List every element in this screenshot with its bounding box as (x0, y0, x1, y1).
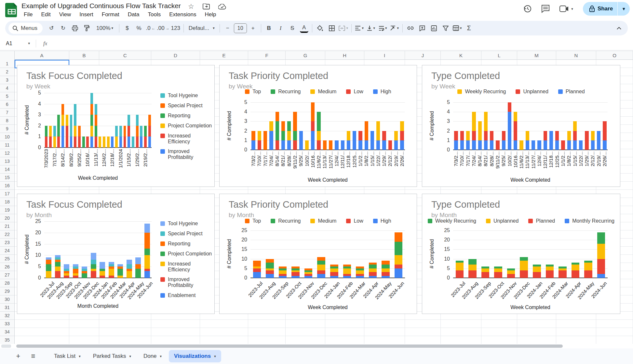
row-header-9[interactable]: 9 (0, 125, 14, 133)
column-header-O[interactable]: O (596, 51, 633, 60)
row-header-13[interactable]: 13 (0, 157, 14, 165)
meet-video-icon[interactable]: ▾ (559, 6, 573, 12)
row-header-8[interactable]: 8 (0, 117, 14, 125)
comments-icon[interactable] (541, 5, 550, 13)
row-header-26[interactable]: 26 (0, 263, 14, 271)
chart-card-1[interactable]: Task Focus Completedby WeekTool HygeineS… (17, 65, 215, 187)
column-header-I[interactable]: I (364, 51, 405, 60)
paint-format-button[interactable] (81, 23, 92, 34)
create-filter-button[interactable] (440, 23, 451, 34)
column-header-J[interactable]: J (405, 51, 441, 60)
row-header-23[interactable]: 23 (0, 239, 14, 247)
star-icon[interactable]: ☆ (188, 3, 194, 10)
chart-card-6[interactable]: Type Completedby MonthWeekly RecurringUn… (422, 194, 620, 314)
format-percent-button[interactable]: % (133, 23, 144, 34)
row-header-10[interactable]: 10 (0, 133, 14, 141)
column-header-C[interactable]: C (99, 51, 151, 60)
meet-dropdown-arrow[interactable]: ▾ (571, 7, 573, 11)
column-header-H[interactable]: H (325, 51, 364, 60)
row-header-27[interactable]: 27 (0, 271, 14, 279)
row-header-19[interactable]: 19 (0, 206, 14, 214)
column-header-K[interactable]: K (441, 51, 481, 60)
row-header-11[interactable]: 11 (0, 141, 14, 149)
column-header-L[interactable]: L (481, 51, 517, 60)
tab-visualizations[interactable]: Visualizations▾ (169, 350, 221, 362)
row-header-28[interactable]: 28 (0, 279, 14, 287)
row-header-35[interactable]: 35 (0, 336, 14, 344)
move-folder-icon[interactable] (203, 4, 210, 9)
chart-card-3[interactable]: Type Completedby WeekWeekly RecurringUnp… (422, 65, 620, 187)
share-dropdown-arrow[interactable]: ▼ (618, 6, 630, 11)
menu-tools[interactable]: Tools (145, 11, 164, 19)
sheets-logo-icon[interactable] (5, 3, 18, 17)
row-header-3[interactable]: 3 (0, 76, 14, 84)
decrease-font-size-button[interactable]: − (222, 23, 233, 34)
row-header-2[interactable]: 2 (0, 68, 14, 76)
text-color-button[interactable]: A (300, 24, 308, 33)
horizontal-align-button[interactable]: ▾ (354, 23, 365, 34)
menu-insert[interactable]: Insert (76, 11, 96, 19)
functions-button[interactable]: Σ (464, 23, 475, 34)
column-header-F[interactable]: F (248, 51, 286, 60)
all-sheets-button[interactable]: ≡ (27, 352, 40, 360)
row-header-20[interactable]: 20 (0, 214, 14, 222)
row-header-21[interactable]: 21 (0, 222, 14, 230)
menu-help[interactable]: Help (202, 11, 219, 19)
insert-comment-button[interactable] (417, 23, 428, 34)
text-rotation-button[interactable]: ▾ (389, 23, 400, 34)
menu-format[interactable]: Format (99, 11, 122, 19)
row-header-25[interactable]: 25 (0, 255, 14, 263)
column-header-E[interactable]: E (200, 51, 248, 60)
horizontal-scrollbar-thumb[interactable] (16, 344, 563, 348)
add-sheet-button[interactable]: + (12, 352, 25, 360)
vertical-align-button[interactable]: ▾ (366, 23, 377, 34)
zoom-select[interactable]: 100%▾ (93, 23, 117, 34)
fill-color-button[interactable] (315, 23, 326, 34)
chart-card-4[interactable]: Task Focus Completedby MonthTool Hygeine… (17, 194, 215, 314)
row-header-31[interactable]: 31 (0, 304, 14, 312)
menu-view[interactable]: View (56, 11, 74, 19)
menu-file[interactable]: File (21, 11, 35, 19)
column-header-G[interactable]: G (286, 51, 325, 60)
collapse-toolbar-button[interactable] (613, 23, 625, 34)
column-header-D[interactable]: D (151, 51, 200, 60)
row-header-22[interactable]: 22 (0, 230, 14, 239)
row-header-4[interactable]: 4 (0, 84, 14, 92)
column-header-A[interactable]: A (15, 51, 69, 60)
font-size-input[interactable]: 10 (234, 23, 247, 33)
formula-input[interactable] (47, 37, 633, 50)
text-wrap-button[interactable]: ▾ (377, 23, 388, 34)
select-all-corner[interactable] (0, 51, 15, 60)
row-header-18[interactable]: 18 (0, 198, 14, 206)
menu-extensions[interactable]: Extensions (166, 11, 199, 19)
document-title[interactable]: Example of Upgraded Continuous Flow Task… (21, 2, 181, 10)
row-header-7[interactable]: 7 (0, 109, 14, 117)
row-header-34[interactable]: 34 (0, 328, 14, 336)
menu-edit[interactable]: Edit (38, 11, 53, 19)
row-header-15[interactable]: 15 (0, 174, 14, 182)
decrease-decimal-button[interactable]: .0← (145, 23, 156, 34)
name-box[interactable]: A1 ▾ (0, 41, 33, 46)
redo-button[interactable]: ↻ (58, 23, 69, 34)
row-header-17[interactable]: 17 (0, 190, 14, 198)
row-header-14[interactable]: 14 (0, 165, 14, 174)
merge-cells-button[interactable]: ▾ (338, 23, 349, 34)
horizontal-scrollbar[interactable] (0, 344, 633, 348)
search-menus-button[interactable]: Menus (8, 23, 43, 34)
column-header-N[interactable]: N (556, 51, 596, 60)
row-header-16[interactable]: 16 (0, 182, 14, 190)
tab-task-list[interactable]: Task List▾ (49, 350, 86, 362)
chart-card-5[interactable]: Task Priority Completedby MonthTopRecurr… (219, 194, 417, 314)
undo-button[interactable]: ↺ (46, 23, 57, 34)
row-header-6[interactable]: 6 (0, 100, 14, 109)
row-header-29[interactable]: 29 (0, 287, 14, 295)
row-header-24[interactable]: 24 (0, 247, 14, 255)
italic-button[interactable]: I (275, 23, 286, 34)
row-header-30[interactable]: 30 (0, 295, 14, 304)
share-button[interactable]: Share ▼ (583, 2, 630, 16)
increase-decimal-button[interactable]: .00→ (157, 23, 169, 34)
insert-link-button[interactable] (405, 23, 416, 34)
row-header-12[interactable]: 12 (0, 149, 14, 157)
tab-parked-tasks[interactable]: Parked Tasks▾ (88, 350, 136, 362)
insert-chart-button[interactable] (428, 23, 439, 34)
